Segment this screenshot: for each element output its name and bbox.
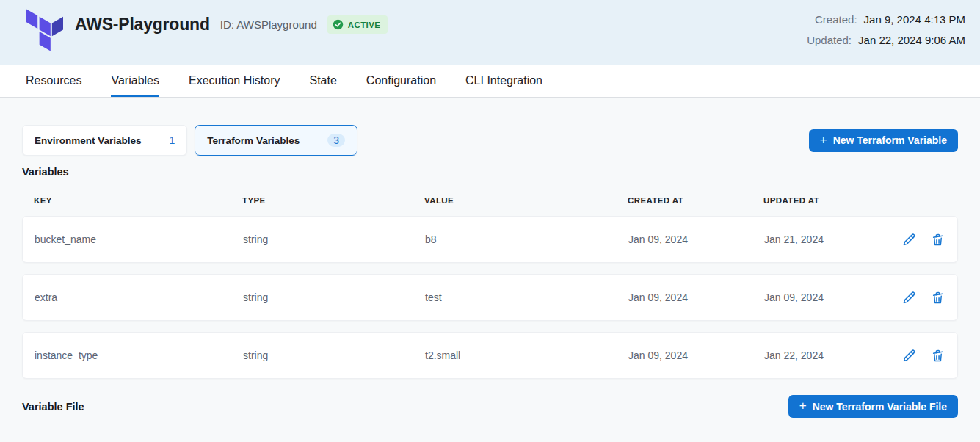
- tab-cli-integration[interactable]: CLI Integration: [465, 65, 542, 97]
- variable-created-at: Jan 09, 2024: [628, 233, 764, 245]
- plus-icon: +: [799, 399, 807, 412]
- trash-icon: [930, 348, 945, 363]
- status-badge: ACTIVE: [327, 15, 388, 34]
- updated-label: Updated:: [807, 31, 852, 50]
- terraform-variables-label: Terraform Variables: [207, 135, 300, 146]
- tab-execution-history[interactable]: Execution History: [189, 65, 280, 97]
- column-updated-at: UPDATED AT: [763, 196, 899, 205]
- new-terraform-variable-button[interactable]: + New Terraform Variable: [809, 129, 958, 152]
- column-created-at: CREATED AT: [628, 196, 763, 205]
- column-value: VALUE: [424, 196, 628, 205]
- variable-updated-at: Jan 22, 2024: [764, 349, 900, 361]
- updated-value: Jan 22, 2024 9:06 AM: [858, 31, 965, 50]
- environment-variables-count: 1: [170, 134, 175, 146]
- workspace-id: ID: AWSPlayground: [220, 18, 317, 31]
- variable-key: extra: [35, 291, 243, 303]
- check-circle-icon: [333, 19, 344, 30]
- delete-variable-button[interactable]: [929, 231, 945, 247]
- variable-key: bucket_name: [35, 233, 243, 245]
- created-label: Created:: [815, 10, 857, 29]
- variable-type: string: [243, 349, 425, 361]
- tab-state[interactable]: State: [310, 65, 337, 97]
- variables-table-header: KEY TYPE VALUE CREATED AT UPDATED AT: [22, 196, 958, 205]
- variable-type: string: [243, 233, 425, 245]
- edit-variable-button[interactable]: [901, 347, 917, 363]
- new-terraform-variable-file-button[interactable]: + New Terraform Variable File: [788, 395, 958, 418]
- trash-icon: [930, 232, 945, 247]
- terraform-logo-icon: [26, 9, 63, 51]
- edit-variable-button[interactable]: [901, 231, 917, 247]
- variable-value: test: [425, 291, 628, 303]
- table-row: instance_type string t2.small Jan 09, 20…: [22, 332, 958, 379]
- trash-icon: [930, 290, 945, 305]
- variable-value: b8: [425, 233, 628, 245]
- edit-variable-button[interactable]: [901, 289, 917, 305]
- created-value: Jan 9, 2024 4:13 PM: [864, 10, 965, 29]
- variable-created-at: Jan 09, 2024: [628, 349, 764, 361]
- table-row: bucket_name string b8 Jan 09, 2024 Jan 2…: [22, 216, 958, 263]
- variable-type: string: [243, 291, 425, 303]
- workspace-tabbar: Resources Variables Execution History St…: [0, 65, 980, 98]
- tab-configuration[interactable]: Configuration: [366, 65, 436, 97]
- variable-file-section-title: Variable File: [22, 401, 84, 413]
- delete-variable-button[interactable]: [929, 347, 945, 363]
- workspace-header: AWS-Playground ID: AWSPlayground ACTIVE …: [0, 0, 980, 65]
- variable-updated-at: Jan 21, 2024: [764, 233, 900, 245]
- column-key: KEY: [34, 196, 242, 205]
- pencil-icon: [901, 348, 917, 363]
- tab-variables[interactable]: Variables: [111, 65, 159, 97]
- status-label: ACTIVE: [348, 21, 381, 29]
- terraform-variables-count: 3: [327, 134, 345, 147]
- variables-section-title: Variables: [22, 166, 958, 178]
- pencil-icon: [901, 232, 917, 247]
- pencil-icon: [901, 290, 917, 305]
- environment-variables-label: Environment Variables: [35, 135, 142, 146]
- workspace-title: AWS-Playground: [75, 15, 210, 35]
- plus-icon: +: [820, 134, 827, 146]
- variable-key: instance_type: [35, 349, 243, 361]
- environment-variables-toggle[interactable]: Environment Variables 1: [22, 125, 187, 156]
- delete-variable-button[interactable]: [929, 289, 945, 305]
- table-row: extra string test Jan 09, 2024 Jan 09, 2…: [22, 274, 958, 321]
- variable-created-at: Jan 09, 2024: [628, 291, 764, 303]
- variable-updated-at: Jan 09, 2024: [764, 291, 900, 303]
- column-type: TYPE: [242, 196, 424, 205]
- terraform-variables-toggle[interactable]: Terraform Variables 3: [195, 125, 357, 156]
- tab-resources[interactable]: Resources: [26, 65, 81, 97]
- variable-value: t2.small: [425, 349, 628, 361]
- variables-page: Environment Variables 1 Terraform Variab…: [0, 98, 980, 418]
